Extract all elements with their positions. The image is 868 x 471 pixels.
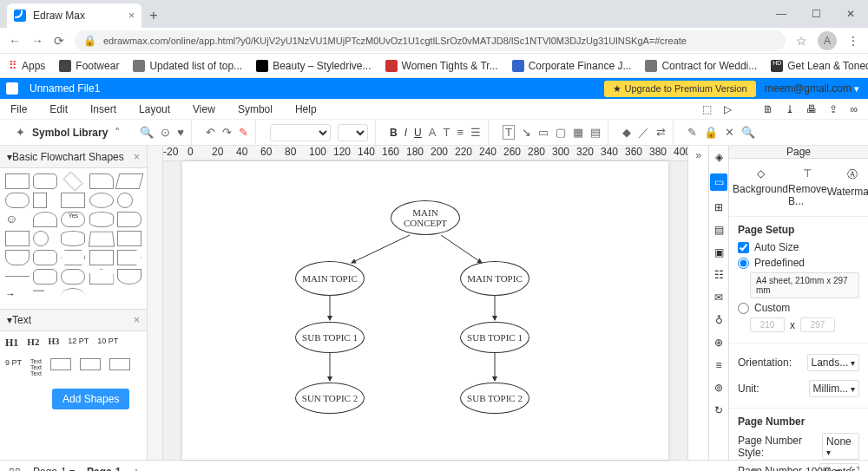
pt-9[interactable]: 9 PT xyxy=(5,358,22,376)
app-logo[interactable] xyxy=(0,82,24,95)
focus-icon[interactable]: ⬚ xyxy=(702,103,712,115)
format-icon[interactable]: ⊕ xyxy=(714,337,723,349)
print-icon[interactable]: 🖶 xyxy=(806,103,817,115)
shape-parallel[interactable] xyxy=(115,173,143,189)
canvas[interactable]: MAIN CONCEPT MAIN TOPIC MAIN TOPIC SUB T… xyxy=(163,161,687,460)
h1-button[interactable]: H1 xyxy=(5,337,18,350)
bookmark[interactable]: Updated list of top... xyxy=(133,60,242,72)
collapse-right-icon[interactable]: » xyxy=(687,146,708,460)
shape-capsule[interactable] xyxy=(5,193,30,208)
symbol-library-button[interactable]: Symbol Library xyxy=(32,127,108,139)
apps-button[interactable]: ⠿Apps xyxy=(9,59,45,72)
zoom-in-button[interactable]: + xyxy=(791,466,797,471)
pt-10[interactable]: 10 PT xyxy=(97,337,118,350)
settings-icon[interactable]: ✕ xyxy=(725,126,734,139)
link-icon[interactable]: ∞ xyxy=(850,103,858,115)
fill-icon[interactable]: ◆ xyxy=(622,126,631,139)
url-input[interactable]: 🔒 edrawmax.com/online/app.html?y0/KUjV2y… xyxy=(75,30,786,51)
add-page-button[interactable]: + xyxy=(133,466,139,471)
connector-icon[interactable]: ↘ xyxy=(522,126,531,139)
bookmark[interactable]: Corporate Finance J... xyxy=(512,60,632,72)
shape-diamond[interactable] xyxy=(63,172,83,192)
theme-icon[interactable]: ◈ xyxy=(715,151,723,163)
close-icon[interactable]: ✕ xyxy=(833,0,868,28)
browser-tab[interactable]: Edraw Max × xyxy=(7,3,141,28)
h3-button[interactable]: H3 xyxy=(48,337,59,350)
shape-circle2[interactable] xyxy=(33,231,49,246)
text-panel-header[interactable]: ▾ Text × xyxy=(0,309,147,331)
right-tab[interactable]: Page xyxy=(729,146,868,159)
bold-icon[interactable]: B xyxy=(390,126,398,139)
history-icon[interactable]: ↻ xyxy=(714,404,723,416)
pages-icon[interactable]: ▯▯ xyxy=(9,466,21,471)
align-icon[interactable]: ≡ xyxy=(457,126,464,139)
bookmark[interactable]: Footwear xyxy=(59,60,119,72)
forward-icon[interactable]: → xyxy=(31,34,43,48)
maximize-icon[interactable]: ☐ xyxy=(799,0,833,28)
file-name[interactable]: Unnamed File1 xyxy=(24,82,105,95)
node-left-1[interactable]: MAIN TOPIC xyxy=(295,261,365,296)
library-icon[interactable]: ✦ xyxy=(16,126,25,139)
fullscreen-icon[interactable]: ⛶ xyxy=(849,466,859,471)
shapes-panel-header[interactable]: ▾ Basic Flowchart Shapes × xyxy=(0,146,147,168)
menu-view[interactable]: View xyxy=(193,103,215,115)
shape-hex[interactable] xyxy=(61,250,85,265)
save-icon[interactable]: 🗎 xyxy=(763,103,773,115)
shape-home[interactable] xyxy=(89,269,114,285)
pn-style-select[interactable]: None ▾ xyxy=(822,433,859,460)
chevron-up-icon[interactable]: ˄ xyxy=(115,126,121,139)
shape-person[interactable] xyxy=(33,212,57,227)
page-surface[interactable]: MAIN CONCEPT MAIN TOPIC MAIN TOPIC SUB T… xyxy=(182,161,668,460)
pt-12[interactable]: 12 PT xyxy=(68,337,89,350)
font-size-select[interactable] xyxy=(338,124,368,141)
menu-help[interactable]: Help xyxy=(295,103,317,115)
shape-actor[interactable]: ☺ xyxy=(5,212,30,227)
height-input[interactable]: 297 xyxy=(800,317,835,332)
h2-button[interactable]: H2 xyxy=(27,337,39,350)
share-icon[interactable]: ⇪ xyxy=(829,103,838,115)
shape-rect[interactable] xyxy=(5,173,30,189)
upgrade-button[interactable]: ★ Upgrade to Premium Version xyxy=(604,81,755,97)
shape-cylinder[interactable] xyxy=(89,212,114,227)
zoom-icon[interactable]: ⊙ xyxy=(161,126,170,139)
close-panel-icon[interactable]: × xyxy=(134,314,140,326)
text-tool-icon[interactable]: T xyxy=(503,125,515,140)
edit-icon[interactable]: ✎ xyxy=(687,126,697,139)
layers-icon[interactable]: ▤ xyxy=(714,224,724,236)
grid-icon[interactable]: ⊞ xyxy=(714,201,723,213)
page-tab[interactable]: Page-1 xyxy=(87,466,121,471)
tree-icon[interactable]: ♁ xyxy=(715,314,723,326)
shape-arc[interactable] xyxy=(61,288,85,304)
profile-avatar[interactable]: A xyxy=(818,31,837,50)
line-icon[interactable]: ／ xyxy=(638,125,649,141)
shape-cyl2[interactable] xyxy=(61,231,85,246)
back-icon[interactable]: ← xyxy=(9,34,21,48)
storage-icon[interactable]: ☷ xyxy=(714,269,724,281)
orientation-select[interactable]: Lands... ▾ xyxy=(807,354,859,371)
arrow-style-icon[interactable]: ⇄ xyxy=(656,126,666,139)
shape-trap[interactable] xyxy=(88,232,114,247)
shape-wave[interactable] xyxy=(5,250,30,265)
shape-icon[interactable]: ▭ xyxy=(538,126,549,139)
align-icon[interactable]: ≡ xyxy=(715,359,721,371)
shape-card[interactable] xyxy=(5,231,30,246)
new-tab-button[interactable]: + xyxy=(141,3,166,28)
undo-icon[interactable]: ↶ xyxy=(206,126,215,139)
comment-icon[interactable]: ✉ xyxy=(714,291,723,304)
search-icon[interactable]: 🔍 xyxy=(140,126,154,139)
page-select[interactable]: Page-1 ▾ xyxy=(33,466,75,471)
favorite-icon[interactable]: ♥ xyxy=(177,126,184,139)
shape-yes[interactable]: Yes xyxy=(61,212,85,227)
menu-file[interactable]: File xyxy=(10,103,27,115)
close-tab-icon[interactable]: × xyxy=(128,10,135,22)
font-select[interactable] xyxy=(270,124,331,141)
shape-rnd2[interactable] xyxy=(33,250,57,265)
text-sample[interactable]: TextTextText xyxy=(30,358,42,376)
reload-icon[interactable]: ⟳ xyxy=(54,34,64,48)
export-icon[interactable]: ⤓ xyxy=(786,103,794,115)
find-icon[interactable]: 🔍 xyxy=(741,126,755,139)
bookmark[interactable]: Beauty – Styledrive... xyxy=(256,60,371,72)
star-icon[interactable]: ☆ xyxy=(796,34,807,48)
menu-edit[interactable]: Edit xyxy=(49,103,68,115)
unit-select[interactable]: Millim... ▾ xyxy=(809,380,859,397)
